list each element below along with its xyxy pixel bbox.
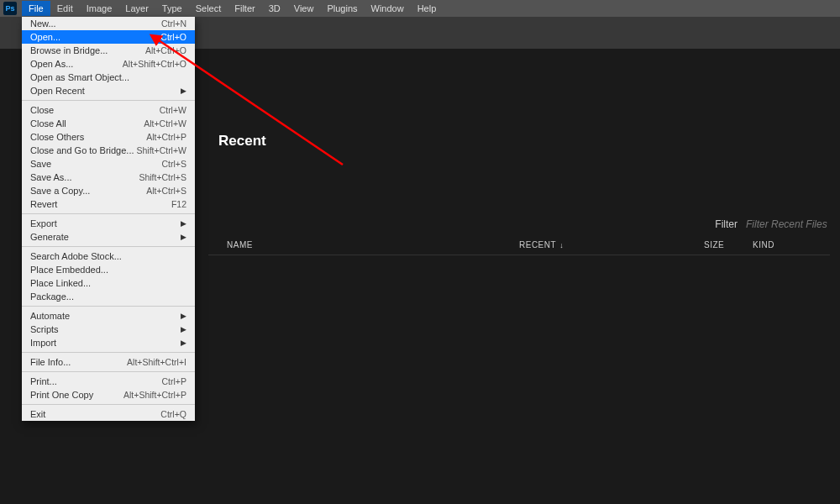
menu-edit[interactable]: Edit (50, 1, 80, 16)
menu-item-label: Place Embedded... (30, 265, 108, 275)
menu-item-close-and-go-to-bridge[interactable]: Close and Go to Bridge...Shift+Ctrl+W (22, 144, 195, 157)
menu-item-automate[interactable]: Automate▶ (22, 309, 195, 323)
menu-item-shortcut: Alt+Shift+Ctrl+P (123, 390, 186, 400)
recent-heading: Recent (218, 133, 840, 150)
menu-separator (22, 371, 195, 372)
menu-item-label: Revert (30, 199, 57, 209)
menu-item-open-recent[interactable]: Open Recent▶ (22, 84, 195, 97)
menu-item-open[interactable]: Open...Ctrl+O (22, 30, 195, 44)
submenu-arrow-icon: ▶ (181, 312, 186, 320)
menu-item-shortcut: F12 (171, 199, 186, 209)
menu-item-label: Open As... (30, 59, 73, 69)
menu-item-label: New... (30, 18, 56, 29)
menu-item-label: Browse in Bridge... (30, 45, 108, 55)
menu-separator (22, 213, 195, 214)
menu-item-label: Open as Smart Object... (30, 72, 129, 82)
menu-item-shortcut: Ctrl+Q (160, 409, 186, 419)
menu-image[interactable]: Image (80, 1, 119, 16)
menu-file[interactable]: File (22, 1, 50, 16)
menu-item-label: Print... (30, 376, 57, 386)
menu-item-shortcut: Ctrl+N (161, 18, 186, 29)
submenu-arrow-icon: ▶ (181, 325, 186, 333)
menu-item-export[interactable]: Export▶ (22, 217, 195, 230)
menu-separator (22, 306, 195, 307)
menu-item-generate[interactable]: Generate▶ (22, 230, 195, 244)
menu-separator (22, 246, 195, 247)
menu-item-shortcut: Alt+Ctrl+W (144, 118, 186, 129)
menu-filter[interactable]: Filter (228, 1, 261, 16)
submenu-arrow-icon: ▶ (181, 339, 186, 347)
menu-item-label: Save As... (30, 172, 72, 182)
filter-input[interactable] (746, 218, 830, 230)
menu-item-shortcut: Ctrl+S (162, 159, 186, 169)
menu-item-place-linked[interactable]: Place Linked... (22, 276, 195, 290)
submenu-arrow-icon: ▶ (181, 219, 186, 228)
column-name[interactable]: NAME (208, 240, 519, 249)
menu-item-revert[interactable]: RevertF12 (22, 197, 195, 211)
menu-item-shortcut: Alt+Shift+Ctrl+O (123, 59, 186, 69)
menu-item-label: Export (30, 218, 57, 228)
menu-item-shortcut: Ctrl+P (162, 376, 186, 386)
menu-item-scripts[interactable]: Scripts▶ (22, 323, 195, 336)
menu-item-shortcut: Ctrl+O (160, 32, 186, 42)
menu-item-label: Save a Copy... (30, 186, 90, 196)
menu-item-place-embedded[interactable]: Place Embedded... (22, 263, 195, 276)
recent-table-header: NAME RECENT ↓ SIZE KIND (208, 240, 830, 255)
menu-item-save-a-copy[interactable]: Save a Copy...Alt+Ctrl+S (22, 184, 195, 197)
filter-label: Filter (715, 218, 738, 230)
menu-window[interactable]: Window (365, 1, 411, 16)
menu-layer[interactable]: Layer (118, 1, 155, 16)
menu-item-label: Close All (30, 118, 66, 129)
menu-view[interactable]: View (287, 1, 321, 16)
app-logo-text: Ps (5, 4, 14, 13)
menu-item-print-one-copy[interactable]: Print One CopyAlt+Shift+Ctrl+P (22, 388, 195, 402)
sort-down-icon: ↓ (559, 241, 564, 249)
menu-item-label: Open... (30, 32, 60, 42)
menu-separator (22, 352, 195, 353)
menu-item-close-all[interactable]: Close AllAlt+Ctrl+W (22, 117, 195, 130)
column-recent-label: RECENT (519, 240, 556, 249)
menu-item-label: Scripts (30, 324, 59, 334)
menu-item-search-adobe-stock[interactable]: Search Adobe Stock... (22, 249, 195, 263)
menu-item-file-info[interactable]: File Info...Alt+Shift+Ctrl+I (22, 355, 195, 369)
menu-separator (22, 100, 195, 101)
menu-item-shortcut: Alt+Ctrl+S (146, 186, 186, 196)
menu-item-import[interactable]: Import▶ (22, 336, 195, 349)
app-logo: Ps (3, 2, 17, 15)
menu-item-label: Close Others (30, 132, 84, 142)
column-recent[interactable]: RECENT ↓ (519, 240, 704, 249)
menu-item-label: Package... (30, 291, 74, 302)
menu-item-close[interactable]: CloseCtrl+W (22, 103, 195, 117)
menu-item-exit[interactable]: ExitCtrl+Q (22, 407, 195, 421)
submenu-arrow-icon: ▶ (181, 233, 186, 241)
menu-item-package[interactable]: Package... (22, 290, 195, 303)
menu-item-label: Open Recent (30, 86, 85, 96)
menu-item-shortcut: Shift+Ctrl+W (136, 145, 186, 155)
menu-item-save[interactable]: SaveCtrl+S (22, 157, 195, 171)
menu-item-browse-in-bridge[interactable]: Browse in Bridge...Alt+Ctrl+O (22, 44, 195, 57)
menu-item-label: Place Linked... (30, 278, 91, 288)
column-size[interactable]: SIZE (704, 240, 753, 249)
menu-item-label: Print One Copy (30, 390, 93, 400)
menu-3d[interactable]: 3D (262, 1, 287, 16)
menu-item-label: Search Adobe Stock... (30, 251, 122, 261)
menu-item-shortcut: Shift+Ctrl+S (139, 172, 186, 182)
file-menu-dropdown: New...Ctrl+NOpen...Ctrl+OBrowse in Bridg… (22, 17, 195, 421)
column-kind[interactable]: KIND (753, 240, 786, 249)
menu-help[interactable]: Help (411, 1, 444, 16)
menu-item-label: Save (30, 159, 51, 169)
menu-item-save-as[interactable]: Save As...Shift+Ctrl+S (22, 171, 195, 184)
menu-item-print[interactable]: Print...Ctrl+P (22, 375, 195, 388)
menu-item-shortcut: Alt+Shift+Ctrl+I (127, 357, 186, 367)
menu-item-label: Import (30, 338, 56, 348)
menu-type[interactable]: Type (155, 1, 189, 16)
menu-item-close-others[interactable]: Close OthersAlt+Ctrl+P (22, 130, 195, 144)
menu-select[interactable]: Select (189, 1, 228, 16)
menu-item-label: Generate (30, 232, 69, 242)
menu-item-new[interactable]: New...Ctrl+N (22, 17, 195, 30)
menu-item-shortcut: Alt+Ctrl+P (146, 132, 186, 142)
menu-plugins[interactable]: Plugins (320, 1, 364, 16)
menu-item-open-as-smart-object[interactable]: Open as Smart Object... (22, 71, 195, 84)
menu-item-shortcut: Ctrl+W (160, 105, 186, 115)
menu-item-open-as[interactable]: Open As...Alt+Shift+Ctrl+O (22, 57, 195, 71)
